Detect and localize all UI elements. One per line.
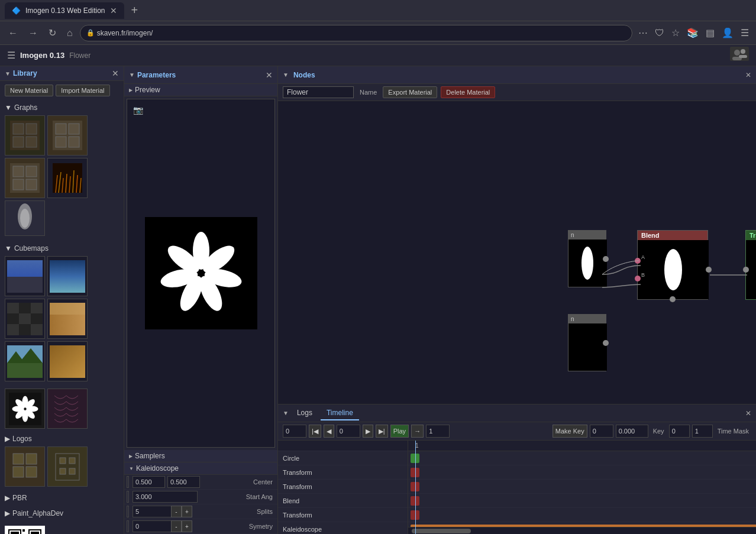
pbr-header[interactable]: ▶ PBR (5, 493, 119, 503)
new-tab-button[interactable]: + (129, 4, 141, 17)
samplers-section-header[interactable]: ▶ Samplers (124, 450, 277, 462)
refresh-button[interactable]: ↻ (45, 25, 60, 41)
go-to-end-button[interactable]: ▶| (376, 425, 388, 438)
nodes-triangle: ▼ (283, 72, 289, 78)
graphs-header[interactable]: ▼ Graphs (5, 102, 119, 113)
graphs-grid (5, 113, 119, 238)
playhead-input[interactable] (337, 425, 360, 438)
lib-item-cubemap-2[interactable] (47, 256, 88, 296)
time-value-input[interactable] (616, 425, 648, 438)
delete-material-button[interactable]: Delete Material (441, 86, 495, 98)
lib-item-cubemap-3[interactable] (5, 299, 45, 339)
splits-decrease-button[interactable]: - (171, 506, 182, 517)
cubemaps-grid (5, 254, 119, 384)
frame-end-input[interactable] (426, 425, 450, 438)
center-y-input[interactable] (167, 476, 200, 488)
home-button[interactable]: ⌂ (63, 25, 76, 41)
lib-item-logo-1[interactable] (5, 446, 45, 487)
lib-item-cubemap-1[interactable] (5, 256, 45, 296)
lib-item-pattern[interactable] (47, 389, 88, 429)
hamburger-icon[interactable]: ☰ (7, 50, 15, 61)
timeline-track-header: 1 (408, 441, 756, 451)
symmetry-input[interactable] (133, 520, 171, 532)
node-partial-top[interactable]: n (568, 230, 606, 287)
lib-item-flower[interactable] (5, 389, 45, 429)
go-to-start-button[interactable]: |◀ (309, 425, 321, 438)
symmetry-decrease-button[interactable]: - (171, 520, 182, 532)
forward-arrow-button[interactable]: → (411, 425, 424, 438)
logos-header[interactable]: ▶ Logos (5, 433, 119, 444)
splits-increase-button[interactable]: + (182, 506, 192, 517)
svg-rect-65 (26, 467, 37, 477)
logs-tab[interactable]: Logs (291, 406, 318, 420)
browser-tab[interactable]: 🔷 Imogen 0.13 Web Edition ✕ (5, 2, 124, 19)
timeline-track-transform-3[interactable] (408, 508, 756, 522)
step-forward-button[interactable]: ▶ (363, 425, 373, 438)
play-button[interactable]: Play (390, 425, 409, 438)
material-name-input[interactable] (283, 86, 354, 98)
splits-input[interactable] (133, 506, 171, 517)
timeline-playhead[interactable] (415, 441, 416, 534)
account-button[interactable]: 👤 (719, 25, 736, 41)
extensions-button[interactable]: ⋯ (636, 25, 650, 41)
symmetry-increase-button[interactable]: + (182, 520, 192, 532)
star-button[interactable]: ☆ (669, 25, 682, 41)
make-key-button[interactable]: Make Key (553, 425, 587, 438)
start-angle-input[interactable] (133, 491, 198, 503)
lib-item-cubemap-4[interactable] (47, 299, 88, 339)
export-material-button[interactable]: Export Material (383, 86, 437, 98)
lib-item-graph-2[interactable] (47, 115, 88, 156)
timeline-tab[interactable]: Timeline (321, 406, 359, 420)
lib-item-graph-5[interactable] (5, 200, 45, 236)
back-button[interactable]: ← (5, 25, 21, 41)
node-partial-bottom[interactable]: n (568, 314, 606, 371)
timeline-tracks: 1 (408, 441, 756, 534)
nodes-canvas[interactable]: n n (278, 101, 756, 404)
frame-start-input[interactable] (283, 425, 306, 438)
menu-button[interactable]: ☰ (738, 25, 751, 41)
preview-section-header[interactable]: ▶ Preview (124, 84, 277, 96)
center-x-input[interactable] (133, 476, 165, 488)
svg-rect-32 (7, 277, 43, 293)
lib-item-graph-1[interactable] (5, 115, 45, 156)
history-button[interactable]: 📚 (684, 25, 701, 41)
screenshot-icon[interactable]: 📷 (133, 105, 143, 115)
key-value-input[interactable] (590, 425, 613, 438)
key-end-input[interactable] (692, 425, 713, 438)
step-back-button[interactable]: ◀ (324, 425, 334, 438)
lib-item-cubemap-6[interactable] (47, 341, 88, 381)
import-material-button[interactable]: Import Material (56, 85, 109, 96)
timeline-track-transform-2[interactable] (408, 480, 756, 494)
timeline-track-blend[interactable] (408, 494, 756, 508)
key-start-input[interactable] (669, 425, 690, 438)
svg-rect-7 (26, 124, 37, 134)
cubemaps-header[interactable]: ▼ Cubemaps (5, 243, 119, 254)
lib-item-logo-2[interactable] (47, 446, 88, 487)
kaleidoscope-label: Kaleidoscope (136, 464, 179, 472)
node-transform-1[interactable]: Transform (745, 230, 756, 300)
svg-point-30 (20, 209, 30, 228)
lib-item-cubemap-5[interactable] (5, 341, 45, 381)
node-blend-1[interactable]: Blend A B (637, 230, 708, 300)
forward-button[interactable]: → (25, 25, 41, 41)
reader-button[interactable]: ▤ (703, 25, 717, 41)
lib-item-graph-4[interactable] (47, 158, 88, 198)
bottom-tabs: ▼ Logs Timeline ✕ (278, 404, 756, 422)
timeline-track-circle-1[interactable] (408, 451, 756, 465)
parameters-panel: ▼ Parameters ✕ ▶ Preview 📷 (124, 66, 278, 534)
tab-close-button[interactable]: ✕ (110, 6, 117, 15)
bottom-panel-close-button[interactable]: ✕ (745, 409, 751, 418)
kaleidoscope-section-header[interactable]: ▼ Kaleidoscope (124, 462, 277, 475)
bookmark-button[interactable]: 🛡 (652, 25, 667, 41)
node-blend-1-title: Blend (638, 231, 707, 240)
timeline-track-transform-1[interactable] (408, 465, 756, 480)
splits-stepper: - + (133, 506, 192, 517)
nodes-close-button[interactable]: ✕ (745, 71, 751, 79)
lib-item-graph-3[interactable] (5, 158, 45, 198)
parameters-close-button[interactable]: ✕ (266, 70, 273, 80)
address-bar[interactable]: 🔒 skaven.fr/imogen/ (80, 25, 632, 41)
paint-header[interactable]: ▶ Paint_AlphaDev (5, 508, 119, 519)
library-close-button[interactable]: ✕ (112, 69, 119, 78)
new-material-button[interactable]: New Material (5, 85, 53, 96)
timeline-scrollbar[interactable] (408, 527, 756, 534)
